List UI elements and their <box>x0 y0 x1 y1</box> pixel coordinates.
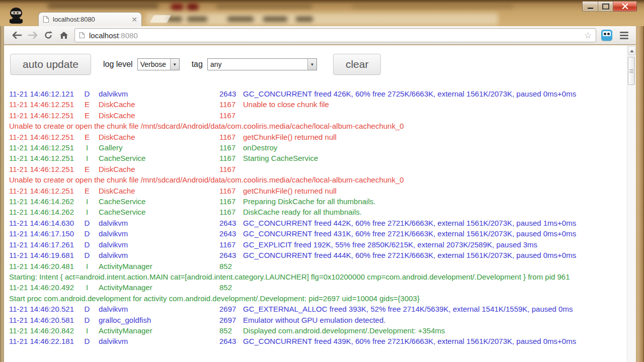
logcat-page: auto update log level Verbose ▼ tag any … <box>4 45 636 362</box>
forward-button[interactable] <box>25 28 40 42</box>
log-message: GC_CONCURRENT freed 431K, 60% free 2721K… <box>243 228 621 239</box>
log-row: 11-21 14:46:19.681 D dalvikvm 2643 GC_CO… <box>9 250 621 260</box>
scrollbar-thumb[interactable] <box>628 57 635 85</box>
log-tag: DiskCache <box>99 186 219 196</box>
log-pid: 2643 <box>219 250 243 260</box>
address-bar[interactable]: localhost:8080 ☆ <box>74 28 596 42</box>
tag-value: any <box>208 60 307 68</box>
log-pid: 852 <box>219 282 243 293</box>
log-controls: auto update log level Verbose ▼ tag any … <box>4 45 636 75</box>
log-pid: 1167 <box>219 239 243 250</box>
log-level: I <box>75 207 99 217</box>
ninja-icon <box>8 7 25 25</box>
chevron-down-icon: ▼ <box>170 59 179 70</box>
log-message <box>243 110 621 121</box>
log-message: GC_CONCURRENT freed 442K, 60% free 2721K… <box>243 218 621 228</box>
log-tag: DiskCache <box>99 132 219 142</box>
log-message: GC_EXTERNAL_ALLOC freed 393K, 52% free 2… <box>243 304 621 314</box>
log-time: 11-21 14:46:12.251 <box>9 142 75 153</box>
log-row: 11-21 14:46:17.261 D dalvikvm 1167 GC_EX… <box>9 239 621 250</box>
log-time: 11-21 14:46:14.262 <box>9 207 75 217</box>
log-row: 11-21 14:46:14.630 D dalvikvm 2643 GC_CO… <box>9 218 621 228</box>
log-level: E <box>75 132 99 142</box>
log-row: 11-21 14:46:12.251 E DiskCache 1167 <box>9 164 621 174</box>
log-level: D <box>75 336 99 346</box>
log-time: 11-21 14:46:12.251 <box>9 132 75 142</box>
log-level-select[interactable]: Verbose ▼ <box>137 58 180 70</box>
browser-tab[interactable]: localhost:8080 ✕ <box>38 12 142 26</box>
log-time: 11-21 14:46:12.251 <box>9 153 75 163</box>
log-pid: 1167 <box>219 110 243 121</box>
log-time: 11-21 14:46:14.630 <box>9 218 75 228</box>
log-row: 11-21 14:46:12.121 D dalvikvm 2643 GC_CO… <box>9 88 621 99</box>
log-list: 11-21 14:46:12.121 D dalvikvm 2643 GC_CO… <box>4 88 636 347</box>
back-icon <box>12 32 22 39</box>
tab-close-icon[interactable]: ✕ <box>131 16 137 23</box>
log-level: D <box>75 88 99 99</box>
window-maximize-button[interactable] <box>598 2 613 12</box>
page-scrollbar[interactable] <box>627 45 636 362</box>
log-time: 11-21 14:46:20.481 <box>9 261 75 272</box>
browser-toolbar: localhost:8080 ☆ <box>4 26 636 45</box>
log-level: E <box>75 110 99 121</box>
log-pid: 1167 <box>219 196 243 207</box>
chrome-menu-button[interactable] <box>617 29 631 42</box>
log-tag: dalvikvm <box>99 228 219 239</box>
window-close-button[interactable] <box>613 2 637 12</box>
log-tag: CacheService <box>99 196 219 207</box>
log-level: E <box>75 99 99 110</box>
log-row: 11-21 14:46:12.251 I Gallery 1167 onDest… <box>9 142 621 153</box>
log-time: 11-21 14:46:19.681 <box>9 250 75 260</box>
log-level: D <box>75 228 99 239</box>
log-message: Displayed com.android.development/.Devel… <box>243 325 621 336</box>
log-pid: 1167 <box>219 164 243 174</box>
reload-button[interactable] <box>40 28 56 42</box>
extension-icon <box>601 30 612 41</box>
log-message <box>243 261 621 272</box>
log-tag: ActivityManager <box>99 282 219 293</box>
log-level-value: Verbose <box>138 60 170 68</box>
log-tag: DiskCache <box>99 99 219 110</box>
log-tag: dalvikvm <box>99 336 219 346</box>
log-tag: dalvikvm <box>99 218 219 228</box>
log-message: getChunkFile() returned null <box>243 132 621 142</box>
log-tag: dalvikvm <box>99 239 219 250</box>
log-time: 11-21 14:46:17.150 <box>9 228 75 239</box>
tag-label: tag <box>192 60 203 69</box>
log-message: Unable to close chunk file <box>243 99 621 110</box>
tag-select[interactable]: any ▼ <box>207 58 317 70</box>
auto-update-button[interactable]: auto update <box>10 54 91 75</box>
log-tag: Gallery <box>99 142 219 153</box>
log-message <box>243 164 621 174</box>
log-level: D <box>75 239 99 250</box>
log-pid: 2643 <box>219 88 243 99</box>
close-icon <box>622 4 628 9</box>
log-message-block: Unable to create or open the chunk file … <box>9 174 575 185</box>
scroll-up-icon <box>630 50 634 52</box>
clear-button[interactable]: clear <box>333 54 381 75</box>
extension-button[interactable] <box>600 29 613 42</box>
forward-icon <box>28 32 38 39</box>
home-icon <box>59 31 68 39</box>
log-time: 11-21 14:46:20.842 <box>9 325 75 336</box>
log-message: GC_CONCURRENT freed 444K, 60% free 2721K… <box>243 250 621 260</box>
log-message: Emulator without GPU emulation detected. <box>243 315 621 325</box>
log-row: 11-21 14:46:12.251 E DiskCache 1167 getC… <box>9 132 621 142</box>
page-icon <box>79 32 85 39</box>
log-pid: 2643 <box>219 228 243 239</box>
log-pid: 1167 <box>219 99 243 110</box>
scrollbar-up-button[interactable] <box>628 46 635 55</box>
log-level: D <box>75 315 99 325</box>
home-button[interactable] <box>56 28 71 42</box>
log-time: 11-21 14:46:20.521 <box>9 304 75 314</box>
log-row: 11-21 14:46:20.492 I ActivityManager 852 <box>9 282 621 293</box>
log-pid: 2643 <box>219 336 243 346</box>
log-message: getChunkFile() returned null <box>243 186 621 196</box>
log-level-label: log level <box>103 60 133 69</box>
bookmark-star-icon[interactable]: ☆ <box>584 30 592 41</box>
log-level: I <box>75 153 99 163</box>
window-minimize-button[interactable] <box>582 2 598 12</box>
log-level: I <box>75 282 99 293</box>
log-tag: CacheService <box>99 207 219 217</box>
back-button[interactable] <box>9 28 25 42</box>
